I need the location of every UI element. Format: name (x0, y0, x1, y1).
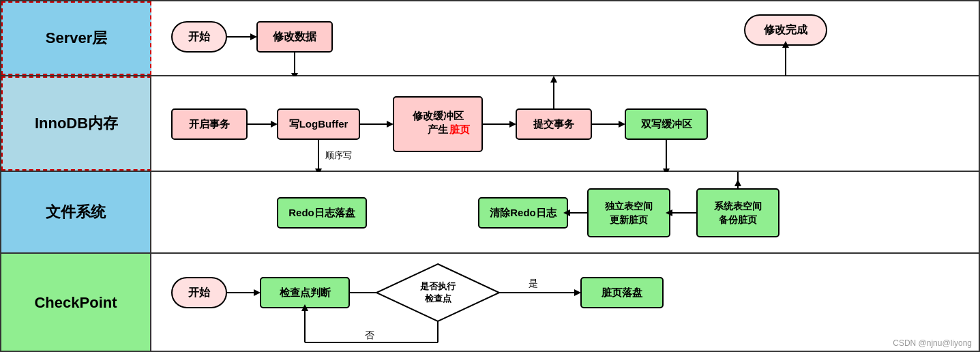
svg-rect-45 (588, 189, 670, 237)
filesystem-svg: Redo日志落盘 清除Redo日志 独立表空间 更新脏页 系统表空间 备份脏页 (151, 172, 979, 254)
innodb-content: 开启事务 写LogBuffer 修改缓冲区 产生 脏页 (151, 76, 979, 172)
svg-text:开始: 开始 (188, 31, 211, 42)
checkpoint-content: 开始 检查点判断 是否执行 检查点 是 脏页落盘 (151, 254, 979, 352)
svg-text:修改数据: 修改数据 (272, 31, 317, 42)
server-content: 开始 修改数据 修改完成 (151, 1, 979, 76)
innodb-row: InnoDB内存 开启事务 写LogBuffer 修改缓冲区 产生 脏 (1, 76, 979, 172)
svg-text:写LogBuffer: 写LogBuffer (289, 118, 348, 130)
svg-text:修改缓冲区: 修改缓冲区 (412, 110, 464, 121)
svg-text:检查点判断: 检查点判断 (279, 287, 331, 298)
server-svg: 开始 修改数据 修改完成 (151, 1, 979, 76)
svg-text:顺序写: 顺序写 (325, 150, 352, 160)
svg-text:双写缓冲区: 双写缓冲区 (640, 118, 692, 130)
filesystem-content: Redo日志落盘 清除Redo日志 独立表空间 更新脏页 系统表空间 备份脏页 (151, 172, 979, 254)
svg-text:脏页落盘: 脏页落盘 (601, 287, 643, 298)
svg-text:更新脏页: 更新脏页 (609, 214, 649, 225)
svg-rect-50 (697, 189, 779, 237)
svg-marker-54 (734, 179, 741, 186)
innodb-label-text: InnoDB内存 (35, 113, 118, 134)
svg-marker-19 (387, 121, 394, 128)
innodb-svg: 开启事务 写LogBuffer 修改缓冲区 产生 脏页 (151, 76, 979, 172)
svg-text:是否执行: 是否执行 (420, 281, 456, 291)
svg-text:开始: 开始 (188, 287, 211, 298)
svg-text:是: 是 (529, 278, 538, 289)
svg-text:独立表空间: 独立表空间 (604, 201, 653, 211)
svg-text:Redo日志落盘: Redo日志落盘 (288, 207, 356, 218)
svg-text:提交事务: 提交事务 (533, 118, 575, 130)
checkpoint-label: CheckPoint (1, 254, 151, 351)
checkpoint-row: CheckPoint 开始 检查点判断 是否执行 检查点 (1, 254, 979, 352)
main-diagram: Server层 开始 修改数据 修改完成 (0, 0, 980, 352)
checkpoint-label-text: CheckPoint (34, 294, 117, 312)
svg-text:修改完成: 修改完成 (763, 23, 808, 35)
svg-marker-15 (271, 121, 278, 128)
svg-text:产生: 产生 (428, 123, 449, 135)
svg-text:否: 否 (365, 329, 374, 340)
svg-text:备份脏页: 备份脏页 (719, 214, 758, 225)
svg-text:系统表空间: 系统表空间 (714, 201, 762, 211)
innodb-label: InnoDB内存 (1, 76, 151, 171)
svg-text:脏页: 脏页 (449, 123, 471, 135)
svg-marker-67 (574, 289, 581, 296)
filesystem-label: 文件系统 (1, 172, 151, 252)
svg-text:清除Redo日志: 清除Redo日志 (490, 207, 557, 218)
svg-text:开启事务: 开启事务 (188, 118, 231, 130)
svg-marker-31 (619, 121, 625, 128)
svg-marker-25 (509, 121, 516, 128)
checkpoint-svg: 开始 检查点判断 是否执行 检查点 是 脏页落盘 (151, 254, 979, 352)
server-label-text: Server层 (46, 28, 108, 48)
filesystem-row: 文件系统 Redo日志落盘 清除Redo日志 独立表空间 更新脏页 (1, 172, 979, 254)
filesystem-label-text: 文件系统 (46, 202, 106, 222)
server-label: Server层 (1, 1, 151, 75)
watermark: CSDN @njnu@liyong (893, 338, 972, 348)
svg-marker-3 (250, 33, 257, 40)
server-row: Server层 开始 修改数据 修改完成 (1, 1, 979, 76)
svg-marker-29 (550, 76, 557, 83)
svg-text:检查点: 检查点 (424, 293, 451, 304)
svg-marker-63 (376, 264, 499, 321)
svg-marker-58 (254, 289, 261, 296)
